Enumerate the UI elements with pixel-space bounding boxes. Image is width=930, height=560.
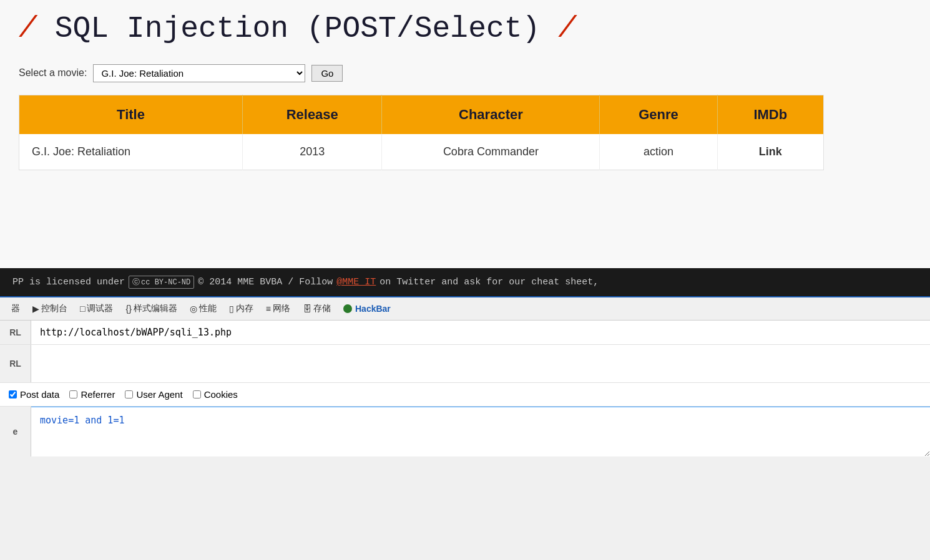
hackbar-url-input[interactable] [31,321,930,344]
cookies-checkbox-item[interactable]: Cookies [193,389,238,400]
toolbar-storage[interactable]: 🗄 存储 [298,301,336,316]
main-content: / SQL Injection (POST/Select) / Select a… [0,0,930,268]
footer-text3: on Twitter and ask for our cheat sheet, [379,277,599,287]
perf-label: 性能 [199,303,217,314]
storage-label: 存储 [313,303,331,314]
results-table: Title Release Character Genre IMDb G.I. … [19,95,824,170]
network-icon: ≡ [266,304,271,314]
style-icon: {} [125,304,131,314]
toolbar-debugger[interactable]: □ 调试器 [75,301,118,316]
cell-character: Cobra Commander [382,134,600,170]
toolbar-console[interactable]: ▶ 控制台 [27,301,72,316]
toolbar-partial: 器 [6,301,25,316]
footer-bar: PP is licensed under ⓒ cc BY-NC-ND © 201… [0,268,930,296]
page-title: / SQL Injection (POST/Select) / [19,12,911,46]
debugger-icon: □ [80,304,85,314]
hackbar-panel: RL RL Post data Referrer User Agent Cook… [0,320,930,456]
cookies-checkbox[interactable] [193,390,201,398]
toolbar-style-editor[interactable]: {} 样式编辑器 [120,301,182,316]
postdata-checkbox-item[interactable]: Post data [9,389,59,400]
referrer-checkbox[interactable] [69,390,77,398]
select-label: Select a movie: [19,67,87,79]
hackbar-second-input[interactable] [31,345,930,382]
th-character: Character [382,95,600,134]
referrer-checkbox-item[interactable]: Referrer [69,389,115,400]
storage-icon: 🗄 [303,304,311,314]
table-row: G.I. Joe: Retaliation 2013 Cobra Command… [19,134,824,170]
cc-label: cc BY-NC-ND [141,278,190,287]
memory-icon: ▯ [229,304,234,314]
hackbar-url-row: RL [0,321,930,345]
console-label: 控制台 [41,303,67,314]
hackbar-url-row2: RL [0,345,930,383]
th-genre: Genre [600,95,717,134]
useragent-checkbox[interactable] [125,390,133,398]
th-imdb: IMDb [717,95,823,134]
postdata-label: Post data [20,389,59,400]
dev-toolbar: 器 ▶ 控制台 □ 调试器 {} 样式编辑器 ◎ 性能 ▯ 内存 ≡ 网络 🗄 … [0,296,930,320]
hackbar-checkboxes: Post data Referrer User Agent Cookies [0,383,930,407]
useragent-label: User Agent [136,389,182,400]
cc-badge: ⓒ cc BY-NC-ND [129,276,194,289]
postdata-checkbox[interactable] [9,390,17,398]
cookies-label: Cookies [204,389,238,400]
debugger-label: 调试器 [87,303,113,314]
network-label: 网络 [273,303,290,314]
title-text: SQL Injection (POST/Select) [55,12,559,46]
hackbar-dot-icon [343,304,352,313]
console-icon: ▶ [32,304,39,314]
toolbar-performance[interactable]: ◎ 性能 [185,301,222,316]
footer-text1: PP is licensed under [12,277,125,287]
perf-icon: ◎ [190,304,197,314]
toolbar-network[interactable]: ≡ 网络 [261,301,295,316]
go-button[interactable]: Go [311,65,343,82]
table-header-row: Title Release Character Genre IMDb [19,95,824,134]
footer-text2: © 2014 MME BVBA / Follow [198,277,333,287]
movie-select[interactable]: G.I. Joe: RetaliationIron ManThe Dark Kn… [93,64,305,82]
memory-label: 内存 [236,303,253,314]
cell-imdb[interactable]: Link [717,134,823,170]
hackbar-post-input[interactable]: movie=1 and 1=1 [31,407,930,456]
cell-release: 2013 [243,134,382,170]
hackbar-url-label: RL [0,321,31,344]
useragent-checkbox-item[interactable]: User Agent [125,389,182,400]
hackbar-post-label: e [0,407,31,456]
cc-icon: ⓒ [132,277,140,287]
th-title: Title [19,95,243,134]
hackbar-post-row: e movie=1 and 1=1 [0,407,930,456]
select-row: Select a movie: G.I. Joe: RetaliationIro… [19,64,911,82]
hackbar-label: HackBar [355,304,391,314]
referrer-label: Referrer [81,389,115,400]
slash-left: / [19,12,37,46]
th-release: Release [243,95,382,134]
toolbar-memory[interactable]: ▯ 内存 [224,301,258,316]
hackbar-second-label: RL [0,345,31,382]
cell-title: G.I. Joe: Retaliation [19,134,243,170]
cell-genre: action [600,134,717,170]
slash-right: / [558,12,576,46]
twitter-link[interactable]: @MME_IT [336,277,376,287]
style-label: 样式编辑器 [134,303,177,314]
toolbar-hackbar[interactable]: HackBar [338,302,396,316]
